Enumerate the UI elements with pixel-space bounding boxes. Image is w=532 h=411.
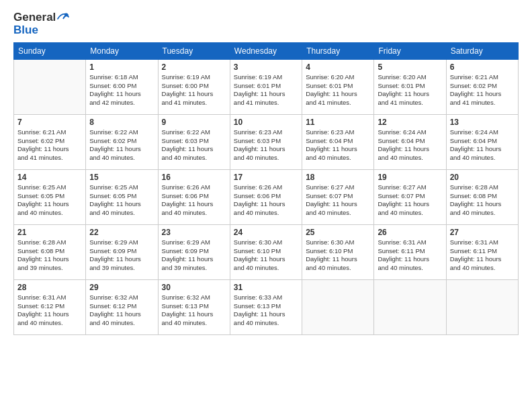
day-info: Sunrise: 6:21 AM Sunset: 6:02 PM Dayligh… xyxy=(17,128,82,163)
logo-arrow-icon xyxy=(56,11,70,24)
column-header-saturday: Saturday xyxy=(446,42,518,59)
column-header-friday: Friday xyxy=(374,42,446,59)
day-cell: 23Sunrise: 6:29 AM Sunset: 6:09 PM Dayli… xyxy=(158,224,230,279)
logo-general-text: General xyxy=(13,11,56,24)
day-number: 18 xyxy=(306,173,370,182)
day-info: Sunrise: 6:23 AM Sunset: 6:03 PM Dayligh… xyxy=(234,128,298,163)
day-number: 9 xyxy=(162,118,226,127)
header: General Blue xyxy=(13,11,519,37)
day-number: 11 xyxy=(306,118,370,127)
day-info: Sunrise: 6:23 AM Sunset: 6:04 PM Dayligh… xyxy=(306,128,370,163)
day-number: 4 xyxy=(306,62,370,72)
day-cell: 11Sunrise: 6:23 AM Sunset: 6:04 PM Dayli… xyxy=(302,114,374,169)
day-info: Sunrise: 6:27 AM Sunset: 6:07 PM Dayligh… xyxy=(306,183,370,218)
day-info: Sunrise: 6:31 AM Sunset: 6:11 PM Dayligh… xyxy=(378,238,442,273)
calendar-page: General Blue SundayMondayTuesdayWednesda… xyxy=(0,0,532,411)
day-number: 8 xyxy=(89,118,154,127)
day-cell: 30Sunrise: 6:32 AM Sunset: 6:13 PM Dayli… xyxy=(158,279,230,334)
day-cell: 9Sunrise: 6:22 AM Sunset: 6:03 PM Daylig… xyxy=(158,114,230,169)
week-row-1: 7Sunrise: 6:21 AM Sunset: 6:02 PM Daylig… xyxy=(14,114,519,169)
day-number: 26 xyxy=(378,228,442,237)
column-header-sunday: Sunday xyxy=(14,42,86,59)
day-cell: 5Sunrise: 6:20 AM Sunset: 6:01 PM Daylig… xyxy=(374,59,446,114)
day-cell: 10Sunrise: 6:23 AM Sunset: 6:03 PM Dayli… xyxy=(230,114,302,169)
day-number: 19 xyxy=(378,173,442,182)
day-cell xyxy=(302,279,374,334)
day-cell xyxy=(374,279,446,334)
day-cell: 4Sunrise: 6:20 AM Sunset: 6:01 PM Daylig… xyxy=(302,59,374,114)
column-header-monday: Monday xyxy=(86,42,158,59)
day-info: Sunrise: 6:30 AM Sunset: 6:10 PM Dayligh… xyxy=(306,238,370,273)
day-cell: 1Sunrise: 6:18 AM Sunset: 6:00 PM Daylig… xyxy=(86,59,158,114)
day-number: 10 xyxy=(234,118,298,127)
day-cell: 31Sunrise: 6:33 AM Sunset: 6:13 PM Dayli… xyxy=(230,279,302,334)
column-header-wednesday: Wednesday xyxy=(230,42,302,59)
day-info: Sunrise: 6:29 AM Sunset: 6:09 PM Dayligh… xyxy=(89,238,154,273)
day-info: Sunrise: 6:28 AM Sunset: 6:08 PM Dayligh… xyxy=(450,183,515,218)
day-number: 31 xyxy=(234,283,298,292)
day-number: 24 xyxy=(234,228,298,237)
day-cell: 29Sunrise: 6:32 AM Sunset: 6:12 PM Dayli… xyxy=(86,279,158,334)
day-cell: 15Sunrise: 6:25 AM Sunset: 6:05 PM Dayli… xyxy=(86,169,158,224)
logo: General Blue xyxy=(13,11,70,37)
day-number: 15 xyxy=(89,173,154,182)
day-cell: 28Sunrise: 6:31 AM Sunset: 6:12 PM Dayli… xyxy=(14,279,86,334)
day-number: 13 xyxy=(450,118,515,127)
day-number: 22 xyxy=(89,228,154,237)
day-number: 14 xyxy=(17,173,82,182)
day-cell: 19Sunrise: 6:27 AM Sunset: 6:07 PM Dayli… xyxy=(374,169,446,224)
week-row-4: 28Sunrise: 6:31 AM Sunset: 6:12 PM Dayli… xyxy=(14,279,519,334)
week-row-0: 1Sunrise: 6:18 AM Sunset: 6:00 PM Daylig… xyxy=(14,59,519,114)
day-cell: 12Sunrise: 6:24 AM Sunset: 6:04 PM Dayli… xyxy=(374,114,446,169)
day-cell: 14Sunrise: 6:25 AM Sunset: 6:05 PM Dayli… xyxy=(14,169,86,224)
day-number: 30 xyxy=(162,283,226,292)
day-cell: 16Sunrise: 6:26 AM Sunset: 6:06 PM Dayli… xyxy=(158,169,230,224)
calendar-table: SundayMondayTuesdayWednesdayThursdayFrid… xyxy=(13,42,519,335)
day-info: Sunrise: 6:24 AM Sunset: 6:04 PM Dayligh… xyxy=(450,128,515,163)
day-info: Sunrise: 6:31 AM Sunset: 6:11 PM Dayligh… xyxy=(450,238,515,273)
day-cell: 21Sunrise: 6:28 AM Sunset: 6:08 PM Dayli… xyxy=(14,224,86,279)
day-info: Sunrise: 6:19 AM Sunset: 6:00 PM Dayligh… xyxy=(162,73,226,107)
week-row-2: 14Sunrise: 6:25 AM Sunset: 6:05 PM Dayli… xyxy=(14,169,519,224)
day-info: Sunrise: 6:18 AM Sunset: 6:00 PM Dayligh… xyxy=(89,73,154,107)
day-cell: 2Sunrise: 6:19 AM Sunset: 6:00 PM Daylig… xyxy=(158,59,230,114)
day-number: 12 xyxy=(378,118,442,127)
day-cell: 7Sunrise: 6:21 AM Sunset: 6:02 PM Daylig… xyxy=(14,114,86,169)
day-info: Sunrise: 6:28 AM Sunset: 6:08 PM Dayligh… xyxy=(17,238,82,273)
day-info: Sunrise: 6:30 AM Sunset: 6:10 PM Dayligh… xyxy=(234,238,298,273)
day-number: 29 xyxy=(89,283,154,292)
day-info: Sunrise: 6:32 AM Sunset: 6:13 PM Dayligh… xyxy=(162,293,226,328)
day-info: Sunrise: 6:22 AM Sunset: 6:02 PM Dayligh… xyxy=(89,128,154,163)
day-cell: 25Sunrise: 6:30 AM Sunset: 6:10 PM Dayli… xyxy=(302,224,374,279)
calendar-header-row: SundayMondayTuesdayWednesdayThursdayFrid… xyxy=(14,42,519,59)
day-number: 25 xyxy=(306,228,370,237)
day-info: Sunrise: 6:31 AM Sunset: 6:12 PM Dayligh… xyxy=(17,293,82,328)
day-number: 16 xyxy=(162,173,226,182)
day-number: 7 xyxy=(17,118,82,127)
day-cell: 27Sunrise: 6:31 AM Sunset: 6:11 PM Dayli… xyxy=(446,224,518,279)
day-info: Sunrise: 6:26 AM Sunset: 6:06 PM Dayligh… xyxy=(162,183,226,218)
day-number: 23 xyxy=(162,228,226,237)
day-cell: 17Sunrise: 6:26 AM Sunset: 6:06 PM Dayli… xyxy=(230,169,302,224)
day-number: 1 xyxy=(89,62,154,72)
week-row-3: 21Sunrise: 6:28 AM Sunset: 6:08 PM Dayli… xyxy=(14,224,519,279)
day-cell: 24Sunrise: 6:30 AM Sunset: 6:10 PM Dayli… xyxy=(230,224,302,279)
day-number: 17 xyxy=(234,173,298,182)
day-cell xyxy=(14,59,86,114)
day-cell: 6Sunrise: 6:21 AM Sunset: 6:02 PM Daylig… xyxy=(446,59,518,114)
day-cell: 26Sunrise: 6:31 AM Sunset: 6:11 PM Dayli… xyxy=(374,224,446,279)
day-info: Sunrise: 6:33 AM Sunset: 6:13 PM Dayligh… xyxy=(234,293,298,328)
logo-blue-text: Blue xyxy=(13,24,38,37)
day-number: 28 xyxy=(17,283,82,292)
day-number: 21 xyxy=(17,228,82,237)
day-info: Sunrise: 6:26 AM Sunset: 6:06 PM Dayligh… xyxy=(234,183,298,218)
day-cell: 3Sunrise: 6:19 AM Sunset: 6:01 PM Daylig… xyxy=(230,59,302,114)
day-info: Sunrise: 6:20 AM Sunset: 6:01 PM Dayligh… xyxy=(306,73,370,107)
day-cell: 8Sunrise: 6:22 AM Sunset: 6:02 PM Daylig… xyxy=(86,114,158,169)
day-info: Sunrise: 6:22 AM Sunset: 6:03 PM Dayligh… xyxy=(162,128,226,163)
day-cell: 18Sunrise: 6:27 AM Sunset: 6:07 PM Dayli… xyxy=(302,169,374,224)
day-number: 6 xyxy=(450,62,515,72)
day-number: 27 xyxy=(450,228,515,237)
day-info: Sunrise: 6:32 AM Sunset: 6:12 PM Dayligh… xyxy=(89,293,154,328)
day-info: Sunrise: 6:21 AM Sunset: 6:02 PM Dayligh… xyxy=(450,73,515,107)
